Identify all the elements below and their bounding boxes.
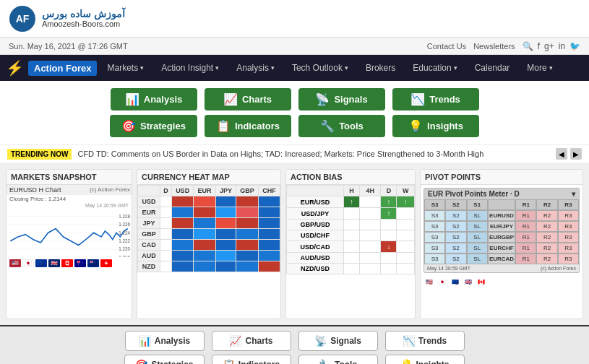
bottom-tools-label: Tools xyxy=(335,360,357,364)
contact-link[interactable]: Contact Us xyxy=(427,42,466,51)
logo-title: آموزش ساده بورس xyxy=(42,9,125,20)
bottom-insights-button[interactable]: 💡 Insights xyxy=(385,355,465,364)
bias-cell xyxy=(344,220,360,230)
nav-education[interactable]: Education ▾ xyxy=(405,60,464,76)
social-icons: 🔍 f g+ in 🐦 xyxy=(523,41,580,51)
chart-attribution: (c) Action Forex xyxy=(90,186,130,193)
chart-date: May 14 20:59 GMT xyxy=(7,203,132,208)
strategies-button[interactable]: 🎯 Strategies xyxy=(110,115,197,137)
heat-cell xyxy=(215,261,236,272)
bias-hdr-4h: 4H xyxy=(360,186,381,196)
twitter-icon[interactable]: 🐦 xyxy=(569,41,580,51)
trends-label: Trends xyxy=(429,94,460,105)
nav-brand: ⚡ Action Forex xyxy=(6,59,97,77)
bias-cell xyxy=(381,220,397,230)
heat-cell xyxy=(215,251,236,261)
nav-brand-text[interactable]: Action Forex xyxy=(28,61,97,76)
signals-icon: 📡 xyxy=(315,92,330,106)
heat-cell xyxy=(215,196,236,207)
bottom-trends-icon: 📉 xyxy=(403,335,415,347)
bottom-indicators-button[interactable]: 📋 Indicators xyxy=(212,355,291,364)
pivot-hdr-s1: S1 xyxy=(467,199,488,210)
bottom-trends-button[interactable]: 📉 Trends xyxy=(385,331,465,351)
trending-prev-arrow[interactable]: ◀ xyxy=(556,148,567,160)
signals-button[interactable]: 📡 Signals xyxy=(298,88,385,110)
heat-hdr-d: D xyxy=(160,186,172,196)
site-logo-icon: AF xyxy=(9,5,36,32)
nav-markets[interactable]: Markets ▾ xyxy=(100,60,151,76)
bottom-tools-button[interactable]: 🔧 Tools xyxy=(298,355,378,364)
bottom-indicators-label: Indicators xyxy=(238,360,280,364)
tools-button[interactable]: 🔧 Tools xyxy=(298,115,385,137)
newsletters-link[interactable]: Newsletters xyxy=(473,42,515,51)
nav-analysis[interactable]: Analysis ▾ xyxy=(229,60,282,76)
pivot-grid: S3 S2 S1 R1 R2 R3 S3 S2 SL EURUSD R1 R2 … xyxy=(424,199,579,264)
pivot-cell: S3 xyxy=(424,232,445,243)
bottom-strategies-button[interactable]: 🎯 Strategies xyxy=(124,355,204,364)
bottom-strategies-icon: 🎯 xyxy=(135,359,147,364)
bias-cell xyxy=(397,264,415,274)
top-button-row-2: 🎯 Strategies 📋 Indicators 🔧 Tools 💡 Insi… xyxy=(110,115,479,137)
pivot-subtitle: EUR Pivot Points Meter · D xyxy=(428,190,520,198)
bias-pair-usdcad: USD/CAD xyxy=(287,241,344,253)
closing-price: Closing Price : 1.2144 xyxy=(7,195,132,203)
bias-pair-nzdusd: NZD/USD xyxy=(287,264,344,274)
indicators-button[interactable]: 📋 Indicators xyxy=(205,115,291,137)
bottom-signals-button[interactable]: 📡 Signals xyxy=(298,331,378,351)
pivot-footer: May 14 20:59 GMT (c) Action Forex xyxy=(424,264,579,272)
pivot-cell: SL xyxy=(467,210,488,221)
currency-heat-map-section: CURRENCY HEAT MAP D USD EUR JPY GBP CHF … xyxy=(137,169,281,319)
heat-cell xyxy=(171,261,193,272)
logo-text: آموزش ساده بورس Amoozesh-Boors.com xyxy=(42,9,125,28)
bias-row-audusd: AUD/USD xyxy=(287,253,415,264)
facebook-icon[interactable]: f xyxy=(538,41,540,51)
pivot-pair-eurusd: EURUSD xyxy=(488,210,515,221)
insights-button[interactable]: 💡 Insights xyxy=(392,115,479,137)
bias-row-nzdusd: NZD/USD xyxy=(287,264,415,274)
heat-cell xyxy=(236,251,259,261)
heat-row-nzd: NZD xyxy=(138,261,280,272)
nav-more[interactable]: More ▾ xyxy=(520,60,559,76)
bottom-analysis-button[interactable]: 📊 Analysis xyxy=(125,331,205,351)
nav-calendar[interactable]: Calendar xyxy=(468,60,517,76)
mini-chart-svg: 1.228 1.226 1.224 1.222 1.220 1.218 xyxy=(7,208,132,257)
linkedin-icon[interactable]: in xyxy=(559,41,565,51)
heat-cell xyxy=(160,251,172,261)
analysis-button[interactable]: 📊 Analysis xyxy=(111,88,197,110)
bias-pair-usdchf: USD/CHF xyxy=(287,230,344,241)
heat-cell xyxy=(259,261,280,272)
pivot-cell: S2 xyxy=(445,221,466,232)
logo-area: AF آموزش ساده بورس Amoozesh-Boors.com xyxy=(9,5,125,32)
action-bias-section: ACTION BIAS H 4H D W EUR/USD ↑ ↑ ↑ xyxy=(285,169,416,319)
charts-button[interactable]: 📈 Charts xyxy=(205,88,291,110)
markets-snapshot-section: MARKETS SNAPSHOT EURUSD H Chart (c) Acti… xyxy=(6,169,132,319)
bias-cell xyxy=(397,208,415,220)
pivot-hdr-r1: R1 xyxy=(515,199,536,210)
flag-nz: 🇳🇿 xyxy=(87,259,99,267)
main-content: MARKETS SNAPSHOT EURUSD H Chart (c) Acti… xyxy=(0,163,589,325)
bottom-insights-label: Insights xyxy=(416,360,450,364)
search-icon[interactable]: 🔍 xyxy=(523,41,533,51)
pivot-pair-eurjpy: EURJPY xyxy=(488,221,515,232)
heat-label-jpy: JPY xyxy=(138,218,160,229)
bias-cell xyxy=(360,196,381,208)
pivot-cell: S3 xyxy=(424,210,445,221)
trends-button[interactable]: 📉 Trends xyxy=(392,88,479,110)
nav-action-insight[interactable]: Action Insight ▾ xyxy=(154,60,226,76)
google-icon[interactable]: g+ xyxy=(544,41,554,51)
chevron-down-icon: ▾ xyxy=(271,64,275,72)
pivot-hdr-s3: S3 xyxy=(424,199,445,210)
trending-arrows: ◀ ▶ xyxy=(556,148,582,160)
nav-tech-outlook[interactable]: Tech Outlook ▾ xyxy=(285,60,356,76)
pivot-flag-row: 🇺🇸 🇯🇵 🇪🇺 🇬🇧 🇨🇦 xyxy=(421,276,582,288)
pivot-cell: SL xyxy=(467,221,488,232)
bottom-charts-button[interactable]: 📈 Charts xyxy=(212,331,291,351)
pivot-cell: S2 xyxy=(445,243,466,254)
pivot-dropdown-icon[interactable]: ▾ xyxy=(572,190,575,198)
pivot-flag-eu: 🇪🇺 xyxy=(450,278,461,286)
bias-row-usdchf: USD/CHF xyxy=(287,230,415,241)
nav-brokers[interactable]: Brokers xyxy=(358,60,403,76)
nav-bar: ⚡ Action Forex Markets ▾ Action Insight … xyxy=(0,55,589,81)
trending-next-arrow[interactable]: ▶ xyxy=(570,148,582,160)
bias-cell: ↑ xyxy=(397,196,415,208)
